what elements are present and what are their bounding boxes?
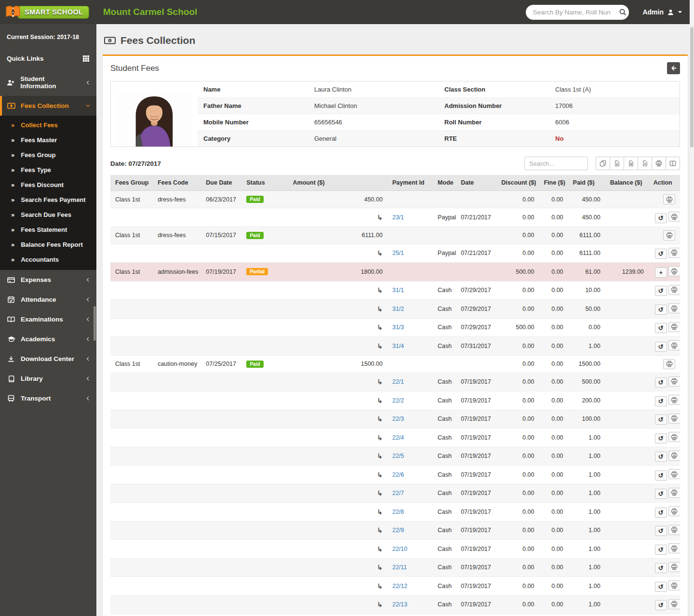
payment-id-link[interactable]: 23/1 (392, 214, 404, 221)
revert-action-button[interactable]: ↺ (655, 563, 667, 573)
sidebar-item-fees-collection[interactable]: Fees Collection (0, 96, 96, 116)
revert-action-button[interactable]: ↺ (655, 249, 667, 259)
payment-id-link[interactable]: 22/3 (392, 415, 404, 422)
revert-action-button[interactable]: ↺ (655, 600, 667, 610)
print-action-button[interactable] (668, 212, 680, 222)
payment-id-link[interactable]: 22/9 (392, 527, 404, 534)
print-action-button[interactable] (663, 194, 675, 204)
print-action-button[interactable] (668, 248, 680, 258)
print-action-button[interactable] (668, 266, 680, 276)
sidebar-item-academics[interactable]: Academics (0, 329, 96, 349)
payment-id-link[interactable]: 31/4 (392, 343, 404, 349)
print-action-button[interactable] (668, 395, 680, 405)
page-scrollbar[interactable] (690, 0, 694, 616)
revert-action-button[interactable]: ↺ (655, 526, 667, 536)
sidebar-item-balance-fees-report[interactable]: »Balance Fees Report (0, 237, 96, 252)
sidebar-item-attendance[interactable]: Attendance (0, 290, 96, 309)
csv-export-button[interactable] (624, 157, 638, 170)
sidebar-item-fees-statement[interactable]: »Fees Statement (0, 222, 96, 237)
print-action-button[interactable] (668, 599, 680, 609)
paid-cell: 1.00 (568, 595, 605, 614)
print-action-button[interactable] (668, 543, 680, 553)
sidebar-item-fees-master[interactable]: »Fees Master (0, 133, 96, 147)
payment-id-link[interactable]: 31/1 (392, 287, 404, 294)
table-search-input[interactable] (524, 157, 588, 170)
payment-id-link[interactable]: 22/5 (392, 453, 404, 459)
admin-menu[interactable]: Admin (642, 8, 682, 16)
revert-action-button[interactable]: ↺ (655, 470, 667, 481)
payment-id-link[interactable]: 31/3 (392, 324, 404, 331)
revert-action-button[interactable]: ↺ (655, 508, 667, 518)
print-action-button[interactable] (668, 285, 680, 295)
revert-action-button[interactable]: ↺ (655, 545, 667, 555)
revert-action-button[interactable]: ↺ (655, 377, 667, 388)
sidebar-scrollbar-thumb[interactable] (93, 306, 96, 341)
payment-id-link[interactable]: 25/1 (392, 250, 404, 256)
pdf-export-button[interactable]: A (638, 157, 652, 170)
payment-id-link[interactable]: 22/13 (392, 601, 407, 608)
excel-export-button[interactable] (610, 157, 624, 170)
sidebar-item-search-fees-payment[interactable]: »Search Fees Payment (0, 192, 96, 207)
payment-id-link[interactable]: 22/2 (392, 397, 404, 404)
copy-export-button[interactable] (596, 157, 610, 170)
sidebar-item-student-information[interactable]: Student Information (0, 69, 96, 96)
sidebar-item-collect-fees[interactable]: »Collect Fees (0, 118, 96, 133)
revert-action-button[interactable]: ↺ (655, 433, 667, 443)
payment-id-link[interactable]: 22/8 (392, 509, 404, 515)
sidebar-item-accountants[interactable]: »Accountants (0, 252, 96, 267)
payment-id-link[interactable]: 22/6 (392, 471, 404, 478)
print-action-button[interactable] (668, 376, 680, 387)
revert-action-button[interactable]: ↺ (655, 396, 667, 406)
print-action-button[interactable] (668, 469, 680, 479)
sidebar-item-fees-discount[interactable]: »Fees Discount (0, 177, 96, 192)
sidebar-item-library[interactable]: Library (0, 369, 96, 388)
revert-action-button[interactable]: ↺ (655, 489, 667, 499)
sidebar-item-examinations[interactable]: Examinations (0, 309, 96, 329)
payment-id-link[interactable]: 22/1 (392, 378, 404, 385)
revert-action-button[interactable]: ↺ (655, 323, 667, 333)
sidebar-item-download-center[interactable]: Download Center (0, 349, 96, 369)
quick-links[interactable]: Quick Links (0, 48, 96, 69)
payment-id-link[interactable]: 22/10 (392, 546, 407, 552)
print-action-button[interactable] (668, 525, 680, 535)
search-icon[interactable] (619, 8, 627, 16)
page-scrollbar-thumb[interactable] (690, 27, 694, 147)
sidebar-item-search-due-fees[interactable]: »Search Due Fees (0, 207, 96, 222)
revert-action-button[interactable]: ↺ (655, 452, 667, 462)
print-action-button[interactable] (668, 303, 680, 313)
print-action-button[interactable] (668, 340, 680, 350)
print-action-button[interactable] (668, 562, 680, 572)
sidebar-item-fees-type[interactable]: »Fees Type (0, 162, 96, 177)
sidebar-item-fees-group[interactable]: »Fees Group (0, 147, 96, 162)
revert-action-button[interactable]: ↺ (655, 342, 667, 352)
revert-action-button[interactable]: ↺ (655, 213, 667, 223)
print-action-button[interactable] (668, 580, 680, 590)
payment-id-link[interactable]: 22/11 (392, 564, 407, 571)
print-action-button[interactable] (668, 506, 680, 516)
payment-id-link[interactable]: 22/4 (392, 434, 404, 441)
print-action-button[interactable] (663, 359, 675, 369)
back-button[interactable] (667, 62, 680, 74)
revert-action-button[interactable]: ↺ (655, 286, 667, 296)
mode-cell: Cash (433, 577, 456, 596)
revert-action-button[interactable]: ↺ (655, 305, 667, 315)
paid-cell: 1.00 (568, 503, 605, 522)
revert-action-button[interactable]: ↺ (655, 415, 667, 425)
payment-id-link[interactable]: 22/7 (392, 490, 404, 496)
revert-action-button[interactable]: ↺ (655, 582, 667, 592)
print-action-button[interactable] (668, 432, 680, 442)
print-export-button[interactable] (652, 157, 666, 170)
sidebar-item-expenses[interactable]: Expenses (0, 270, 96, 290)
print-action-button[interactable] (668, 451, 680, 461)
columns-export-button[interactable] (666, 157, 680, 170)
payment-id-link[interactable]: 31/2 (392, 306, 404, 312)
global-search-input[interactable] (532, 8, 619, 16)
print-action-button[interactable] (668, 414, 680, 424)
add-action-button[interactable]: + (655, 268, 667, 278)
print-action-button[interactable] (668, 322, 680, 332)
app-logo[interactable]: SMART SCHOOL (0, 5, 96, 19)
payment-id-link[interactable]: 22/12 (392, 583, 407, 589)
sidebar-item-transport[interactable]: Transport (0, 388, 96, 408)
print-action-button[interactable] (668, 488, 680, 498)
print-action-button[interactable] (663, 230, 675, 241)
